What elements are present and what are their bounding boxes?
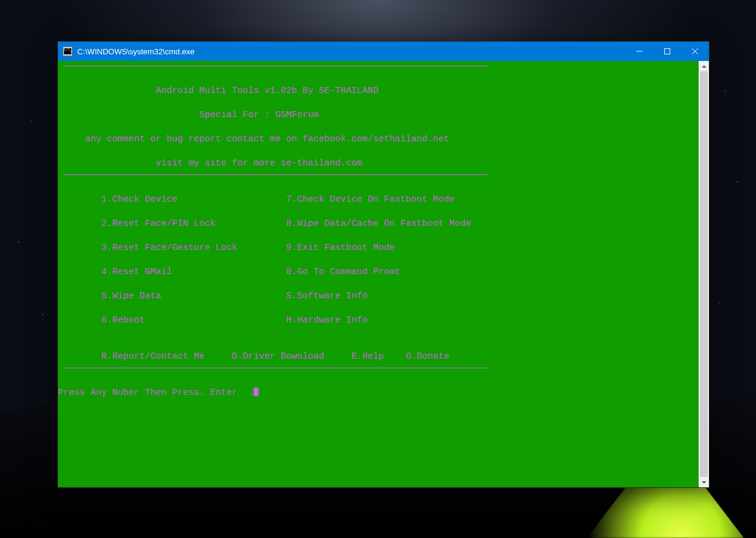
visit-line: visit my site for more se-thailand.com [156,158,362,168]
cmd-icon [63,46,72,56]
menu-item-r: R.Report/Contact Me [101,351,205,362]
menu-item-e: E.Help [351,351,384,362]
minimize-button[interactable] [626,42,653,61]
close-button[interactable] [681,42,709,61]
menu-item-4: 4.Reset GMail [101,267,172,277]
cmd-window: C:\WINDOWS\system32\cmd.exe ────────────… [57,41,710,488]
menu-item-6: 6.Reboot [101,315,145,325]
menu-item-0: 0.Go To Command Promt [286,267,400,277]
menu-item-o: O.Donate [406,351,449,362]
menu-item-8: 8.Wipe Data/Cache On Fastboot Mode [286,219,471,229]
titlebar[interactable]: C:\WINDOWS\system32\cmd.exe [58,42,709,61]
divider: ────────────────────────────────────────… [58,62,487,72]
window-title: C:\WINDOWS\system32\cmd.exe [77,47,194,56]
scroll-down-button[interactable] [699,477,709,487]
menu-item-h: H.Hardware Info [286,315,368,325]
prompt-text: Press Any Nuber Then Press. Enter . [58,388,254,398]
maximize-button[interactable] [653,42,681,61]
menu-item-3: 3.Reset Face/Gesture Lock [101,243,237,253]
special-for: Special For : GSMForum [199,110,319,120]
app-title: Android Multi Tools v1.02b By SE-THAILAN… [156,86,379,96]
scroll-thumb[interactable] [700,71,708,477]
menu-item-1: 1.Check Device [101,194,178,205]
scroll-up-button[interactable] [699,61,709,71]
contact-line: any comment or bug report contact me on … [85,134,449,144]
console-output[interactable]: ────────────────────────────────────────… [58,61,699,487]
svg-rect-0 [665,49,670,54]
scroll-track[interactable] [699,71,709,477]
menu-item-7: 7.Check Device On Fastboot Mode [286,194,455,205]
scrollbar[interactable] [699,61,709,487]
menu-item-5: 5.Wipe Data [101,291,161,301]
divider: ────────────────────────────────────────… [58,170,487,181]
menu-item-9: 9.Exit Fastboot Mode [286,243,395,253]
menu-item-s: S.Software Info [286,291,368,301]
cursor-icon [254,388,258,396]
menu-item-d: D.Driver Download [232,351,324,362]
divider: ────────────────────────────────────────… [58,363,487,374]
menu-item-2: 2.Reset Face/PIN Lock [101,219,216,229]
